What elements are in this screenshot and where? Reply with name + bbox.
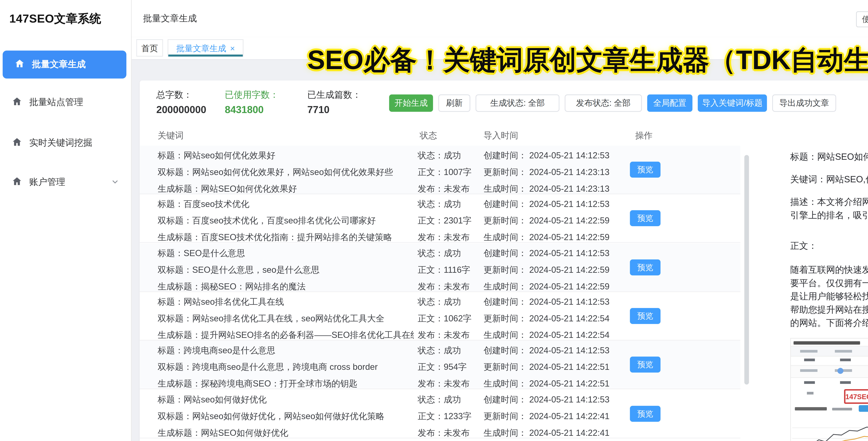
row-created-time: 创建时间： 2024-05-21 14:12:53 [484,199,610,210]
keyword-cell: 标题：跨境电商seo是什么意思 双标题：跨境电商seo是什么意思，跨境电商 cr… [158,345,414,395]
row-generated-title: 生成标题：网站SEO如何优化效果好 [158,184,414,194]
export-success-button[interactable]: 导出成功文章 [772,94,836,112]
case-study-image: 147SEO官网案例，收录和排名稳定上升！ [790,338,868,441]
app-logo: 147SEO文章系统 [9,0,101,37]
row-word-count: 正文：1233字 [418,411,471,422]
row-title: 标题：网站seo如何优化效果好 [158,150,414,161]
row-double-title: 双标题：跨境电商seo是什么意思，跨境电商 cross border [158,362,414,372]
time-cell: 创建时间： 2024-05-21 14:12:53 更新时间： 2024-05-… [484,199,610,249]
table-row: 标题：网站seo如何优化效果好 双标题：网站seo如何优化效果好，网站seo如何… [140,146,740,194]
keyword-cell: 标题：网站seo如何做好优化 双标题：网站seo如何做好优化，网站seo如何做好… [158,395,414,441]
row-updated-time: 更新时间： 2024-05-21 14:22:59 [484,265,610,275]
stat-value: 8431800 [225,104,264,115]
case-trend-chart-left [792,417,868,441]
tutorial-button[interactable]: 使用教程 [856,11,868,27]
preview-button[interactable]: 预览 [630,259,660,275]
row-double-title: 双标题：百度seo技术优化，百度seo排名优化公司哪家好 [158,216,414,226]
row-created-time: 创建时间： 2024-05-21 14:12:53 [484,395,610,405]
row-status: 状态：成功 [418,297,471,307]
case-table-values [791,381,868,384]
row-created-time: 创建时间： 2024-05-21 14:12:53 [484,345,610,356]
row-double-title: 双标题：网站seo如何优化效果好，网站seo如何优化效果好些 [158,167,414,178]
keyword-cell: 标题：SEO是什么意思 双标题：SEO是什么意思，seo是什么意思 生成标题：揭… [158,248,414,298]
row-word-count: 正文：954字 [418,362,470,372]
global-config-button[interactable]: 全局配置 [647,94,692,112]
row-title: 标题：网站seo排名优化工具在线 [158,297,414,307]
keyword-cell: 标题：百度seo技术优化 双标题：百度seo技术优化，百度seo排名优化公司哪家… [158,199,414,249]
publish-status-select[interactable]: 发布状态: 全部 [565,94,642,112]
generate-status-select[interactable]: 生成状态: 全部 [476,94,559,112]
tab-batch-article[interactable]: 批量文章生成× [168,39,244,57]
topbar: 批量文章生成 使用教程 联系客服 65e4811dfb644f6 [131,0,868,38]
row-generated-title: 生成标题：百度SEO技术优化指南：提升网站排名的关键策略 [158,232,414,243]
row-double-title: 双标题：网站seo排名优化工具在线，seo网站优化工具大全 [158,313,414,324]
preview-button[interactable]: 预览 [630,357,660,373]
case-table-header-band [791,346,868,356]
time-cell: 创建时间： 2024-05-21 14:12:53 更新时间： 2024-05-… [484,297,610,347]
row-title: 标题：跨境电商seo是什么意思 [158,345,414,356]
preview-button[interactable]: 预览 [630,406,660,422]
column-header-import-time: 导入时间 [484,130,518,142]
case-text-bar [832,408,852,410]
row-generated-time: 生成时间： 2024-05-21 14:22:54 [484,330,610,341]
row-created-time: 创建时间： 2024-05-21 14:12:53 [484,150,610,161]
row-updated-time: 更新时间： 2024-05-21 14:22:51 [484,362,610,372]
main-content-card: 总字数： 200000000 已使用字数： 8431800 已生成篇数： 771… [140,81,868,441]
row-updated-time: 更新时间： 2024-05-21 14:23:13 [484,167,610,178]
preview-body-text: 随着互联网的快速发展，网站已经成为企业展示产品和服务的重要平台。仅仅拥有一个美观… [790,263,868,330]
case-button-chip [859,405,868,412]
preview-button[interactable]: 预览 [630,162,660,178]
sidebar-item-batch-article[interactable]: 批量文章生成 [3,51,126,78]
close-icon[interactable]: × [230,44,235,53]
row-generated-time: 生成时间： 2024-05-21 14:22:59 [484,281,610,292]
row-title: 标题：百度seo技术优化 [158,199,414,210]
breadcrumb: 批量文章生成 [143,0,197,37]
row-publish-status: 发布：未发布 [418,281,470,292]
sidebar-item-keyword-mining[interactable]: 实时关键词挖掘 [0,130,131,156]
preview-button[interactable]: 预览 [630,210,660,226]
stat-value: 7710 [307,104,330,115]
row-publish-status: 发布：未发布 [418,232,471,243]
status-cell: 状态：成功 正文：2301字 发布：未发布 [418,199,471,249]
keyword-cell: 标题：网站seo如何优化效果好 双标题：网站seo如何优化效果好，网站seo如何… [158,150,414,200]
tab-label: 批量文章生成 [176,44,226,53]
row-word-count: 正文：2301字 [418,216,471,226]
row-generated-title: 生成标题：提升网站SEO排名的必备利器——SEO排名优化工具在线 [158,330,414,341]
tab-home[interactable]: 首页 [136,39,163,57]
table-scrollbar[interactable] [744,155,749,385]
refresh-button[interactable]: 刷新 [438,94,470,112]
home-icon [14,59,25,70]
time-cell: 创建时间： 2024-05-21 14:12:53 更新时间： 2024-05-… [484,150,610,200]
row-double-title: 双标题：SEO是什么意思，seo是什么意思 [158,265,414,275]
preview-body-label: 正文： [790,240,868,253]
row-updated-time: 更新时间： 2024-05-21 14:22:41 [484,411,610,422]
sidebar-item-batch-site[interactable]: 批量站点管理 [0,89,131,116]
table-row: 标题：网站seo排名优化工具在线 双标题：网站seo排名优化工具在线，seo网站… [140,292,740,341]
column-header-status: 状态 [420,130,437,142]
baidu-weight-icon [837,368,843,374]
time-cell: 创建时间： 2024-05-21 14:12:53 更新时间： 2024-05-… [484,345,610,395]
row-created-time: 创建时间： 2024-05-21 14:12:53 [484,297,610,307]
import-keywords-button[interactable]: 导入关键词/标题 [698,94,767,112]
row-publish-status: 发布：未发布 [418,330,471,341]
table-header: 关键词 状态 导入时间 操作 [140,130,868,144]
row-status: 状态：成功 [418,395,471,405]
row-double-title: 双标题：网站seo如何做好优化，网站seo如何做好优化策略 [158,411,414,422]
case-section-label-bar [795,407,827,410]
sidebar-item-label: 批量文章生成 [32,59,86,70]
row-word-count: 正文：1116字 [418,265,470,275]
case-annotation: 147SEO官网案例，收录和排名稳定上升！ [844,389,868,404]
preview-description: 描述：本文将介绍网站SEO的优化方法，帮助您提升网站在搜索引擎上的排名，吸引更多… [790,195,868,222]
sidebar-item-account[interactable]: 账户管理 [0,169,131,195]
chevron-down-icon [111,177,119,187]
home-icon [12,176,22,188]
row-updated-time: 更新时间： 2024-05-21 14:22:54 [484,313,610,324]
sidebar-item-label: 账户管理 [29,176,65,188]
preview-button[interactable]: 预览 [630,308,660,324]
row-generated-title: 生成标题：网站SEO如何做好优化 [158,428,414,438]
case-header-text-bar [794,341,860,345]
start-generate-button[interactable]: 开始生成 [389,94,433,112]
stat-label: 已生成篇数： [307,89,361,101]
preview-keywords: 关键词：网站SEO,优化效果,搜索引擎排名,流量,用户 [790,173,868,186]
table-row: 标题：网站seo如何做好优化 双标题：网站seo如何做好优化，网站seo如何做好… [140,390,740,438]
